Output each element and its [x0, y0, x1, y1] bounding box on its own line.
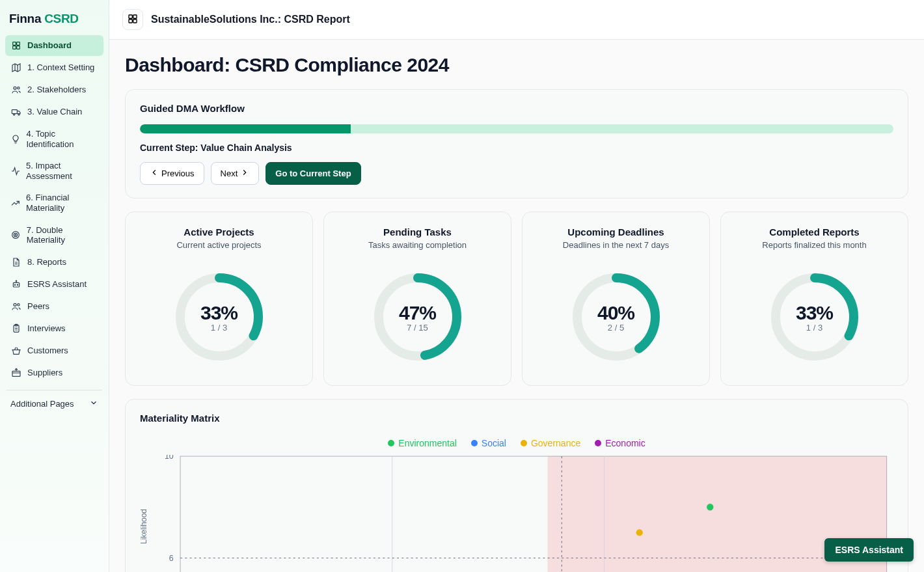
page-title: Dashboard: CSRD Compliance 2024 — [125, 54, 908, 76]
gauge-fraction: 1 / 3 — [806, 323, 822, 333]
svg-rect-1 — [17, 42, 20, 46]
legend-dot-icon — [388, 440, 394, 446]
svg-point-15 — [16, 280, 16, 281]
legend-label: Environmental — [398, 438, 457, 448]
workflow-title: Guided DMA Workflow — [140, 103, 893, 114]
brand-accent: CSRD — [44, 12, 79, 25]
sidebar-section-additional[interactable]: Additional Pages — [5, 394, 103, 413]
svg-rect-3 — [17, 46, 20, 49]
svg-rect-24 — [129, 19, 132, 22]
legend-dot-icon — [595, 440, 601, 446]
chevron-left-icon — [150, 168, 159, 179]
sidebar-item-label: 7. Double Materiality — [27, 225, 98, 245]
sidebar-item-dashboard[interactable]: Dashboard — [5, 35, 103, 56]
svg-rect-0 — [13, 42, 16, 46]
svg-point-7 — [13, 114, 14, 115]
sidebar-item-3-value-chain[interactable]: 3. Value Chain — [5, 102, 103, 122]
svg-point-17 — [18, 303, 20, 305]
gauge-percent: 33% — [200, 302, 238, 324]
trending-icon — [10, 198, 21, 208]
topbar-title: SustainableSolutions Inc.: CSRD Report — [151, 14, 350, 25]
app-grid-button[interactable] — [122, 9, 143, 30]
svg-point-13 — [14, 284, 15, 285]
gauge-fraction: 2 / 5 — [608, 323, 624, 333]
sidebar-item-peers[interactable]: Peers — [5, 296, 103, 317]
workflow-current-step: Current Step: Value Chain Analysis — [140, 143, 893, 153]
brand: Finna CSRD — [5, 7, 103, 35]
sidebar-item-1-context-setting[interactable]: 1. Context Setting — [5, 57, 103, 78]
svg-rect-20 — [12, 371, 20, 376]
previous-button[interactable]: Previous — [140, 162, 204, 185]
legend-dot-icon — [521, 440, 527, 446]
box-out-icon — [10, 368, 22, 378]
svg-text:6: 6 — [169, 554, 174, 563]
sidebar-section-label: Additional Pages — [10, 399, 74, 409]
materiality-title: Materiality Matrix — [140, 413, 893, 424]
progress-gauge: 47%7 / 15 — [369, 268, 467, 366]
sidebar-item-5-impact-assessment[interactable]: 5. Impact Assessment — [5, 156, 103, 186]
legend-item-governance[interactable]: Governance — [521, 438, 580, 448]
sidebar-item-label: Interviews — [27, 323, 66, 334]
svg-rect-2 — [13, 46, 16, 49]
goto-step-button[interactable]: Go to Current Step — [265, 162, 360, 185]
stats-grid: Active ProjectsCurrent active projects33… — [125, 211, 908, 386]
workflow-step-prefix: Current Step: — [140, 143, 200, 153]
gauge-fraction: 1 / 3 — [211, 323, 227, 333]
legend-dot-icon — [471, 440, 478, 446]
users-icon — [10, 85, 22, 95]
sidebar-item-2-stakeholders[interactable]: 2. Stakeholders — [5, 79, 103, 100]
sidebar-item-label: ESRS Assistant — [27, 279, 87, 290]
target-icon — [10, 230, 21, 240]
workflow-panel: Guided DMA Workflow Current Step: Value … — [125, 89, 908, 198]
next-button[interactable]: Next — [211, 162, 260, 185]
chevron-down-icon — [89, 398, 98, 409]
goto-step-label: Go to Current Step — [275, 169, 351, 178]
progress-gauge: 33%1 / 3 — [170, 268, 268, 366]
progress-gauge: 33%1 / 3 — [766, 268, 863, 366]
sidebar-item-interviews[interactable]: Interviews — [5, 318, 103, 339]
sidebar-item-6-financial-materiality[interactable]: 6. Financial Materiality — [5, 187, 103, 218]
svg-point-14 — [17, 284, 18, 285]
workflow-step-name: Value Chain Analysis — [200, 143, 292, 153]
basket-icon — [10, 346, 22, 356]
esrs-assistant-label: ESRS Assistant — [835, 545, 903, 555]
legend-item-economic[interactable]: Economic — [595, 438, 645, 448]
gauge-percent: 47% — [399, 302, 436, 324]
sidebar-item-4-topic-identification[interactable]: 4. Topic Identification — [5, 124, 103, 154]
sidebar-item-label: 4. Topic Identification — [26, 129, 98, 149]
svg-point-10 — [14, 233, 18, 236]
lightbulb-icon — [10, 134, 21, 144]
materiality-chart: Likelihood 610 — [140, 455, 893, 572]
materiality-svg: 610 — [140, 455, 893, 572]
map-icon — [10, 62, 22, 73]
brand-name: Finna — [9, 12, 41, 25]
sidebar-item-label: 2. Stakeholders — [27, 85, 86, 95]
workflow-progress-fill — [140, 124, 351, 133]
svg-text:10: 10 — [165, 455, 174, 461]
sidebar-item-7-double-materiality[interactable]: 7. Double Materiality — [5, 220, 103, 251]
bot-icon — [10, 279, 22, 290]
sidebar-item-customers[interactable]: Customers — [5, 340, 103, 361]
stat-subtitle: Current active projects — [136, 240, 302, 250]
svg-point-11 — [16, 234, 16, 235]
legend-label: Economic — [605, 438, 645, 448]
chart-legend: Environmental Social Governance Economic — [140, 438, 893, 448]
stat-title: Active Projects — [136, 226, 302, 238]
legend-item-social[interactable]: Social — [471, 438, 506, 448]
legend-item-environmental[interactable]: Environmental — [388, 438, 457, 448]
workflow-progressbar — [140, 124, 893, 133]
svg-point-43 — [636, 529, 643, 536]
gauge-percent: 33% — [796, 302, 833, 324]
users-icon — [10, 301, 22, 312]
sidebar-item-8-reports[interactable]: 8. Reports — [5, 252, 103, 273]
sidebar-item-suppliers[interactable]: Suppliers — [5, 362, 103, 383]
sidebar-item-label: Customers — [27, 346, 68, 356]
sidebar-item-label: 6. Financial Materiality — [26, 193, 98, 213]
esrs-assistant-fab[interactable]: ESRS Assistant — [824, 538, 914, 562]
sidebar-item-esrs-assistant[interactable]: ESRS Assistant — [5, 274, 103, 295]
legend-label: Social — [482, 438, 506, 448]
grid-icon — [127, 13, 139, 27]
stat-card: Completed ReportsReports finalized this … — [720, 211, 908, 386]
stat-card: Pending TasksTasks awaiting completion47… — [323, 211, 511, 386]
svg-rect-23 — [133, 15, 137, 18]
